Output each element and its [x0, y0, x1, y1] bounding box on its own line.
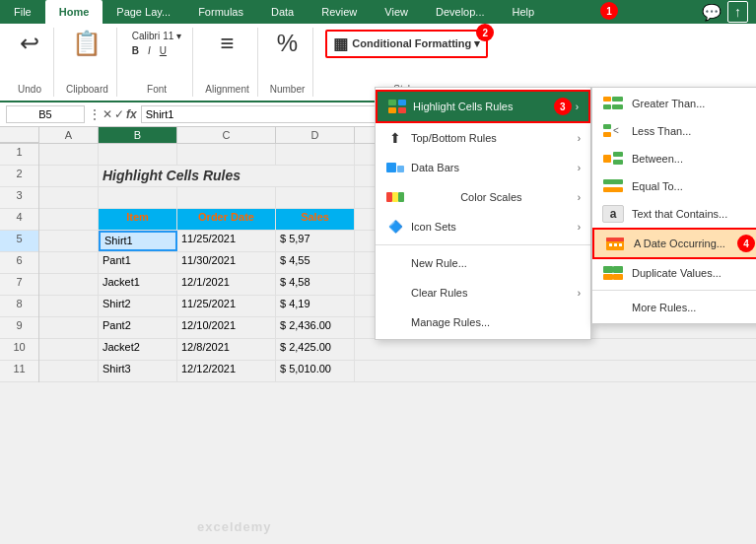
number-group: % Number: [262, 28, 314, 97]
cell-c7[interactable]: 12/1/2021: [177, 274, 276, 295]
cell-d5[interactable]: $ 5,97: [276, 231, 355, 251]
cell-a11[interactable]: [39, 361, 99, 381]
cell-b7[interactable]: Jacket1: [99, 274, 177, 295]
morerules-icon: [602, 299, 624, 316]
cell-d8[interactable]: $ 4,19: [276, 296, 355, 316]
svg-rect-6: [386, 192, 392, 202]
col-header-d[interactable]: D: [276, 127, 355, 143]
menu-item-managerules[interactable]: Manage Rules...: [376, 307, 590, 337]
sub-item-between[interactable]: Between...: [592, 145, 756, 172]
cf-button-label: Conditional Formatting ▾: [352, 37, 480, 50]
cell-d3[interactable]: [276, 187, 355, 208]
topbottom-icon: ⬆: [385, 128, 405, 148]
sub-item-dateoccurring[interactable]: A Date Occurring... 4: [592, 228, 756, 259]
cell-b6[interactable]: Pant1: [99, 252, 177, 273]
header-item[interactable]: Item: [99, 209, 177, 230]
cell-d7[interactable]: $ 4,58: [276, 274, 355, 295]
underline-button[interactable]: U: [157, 44, 170, 57]
paste-icon: 📋: [72, 32, 102, 55]
sub-item-equalto[interactable]: Equal To...: [592, 172, 756, 200]
cell-b10[interactable]: Jacket2: [99, 339, 177, 360]
sub-item-textcontains[interactable]: a Text that Contains...: [592, 200, 756, 228]
tab-developer[interactable]: Develop...: [422, 0, 499, 24]
bold-button[interactable]: B: [129, 44, 142, 57]
svg-rect-17: [613, 152, 623, 157]
alignment-button[interactable]: ≡: [215, 30, 241, 57]
number-button[interactable]: %: [271, 30, 304, 57]
cell-a7[interactable]: [39, 274, 99, 295]
cell-a2[interactable]: [39, 166, 99, 186]
font-selector[interactable]: Calibri 11 ▾: [129, 30, 184, 42]
badge-1: 1: [600, 2, 618, 20]
cell-a5[interactable]: [39, 231, 99, 251]
col-header-c[interactable]: C: [177, 127, 276, 143]
svg-text:<: <: [613, 125, 619, 136]
menu-item-iconsets[interactable]: 🔷 Icon Sets ›: [376, 212, 590, 241]
sub-item-duplicatevalues[interactable]: Duplicate Values...: [592, 259, 756, 287]
menu-item-colorscales[interactable]: Color Scales ›: [376, 182, 590, 212]
tab-pagelayout[interactable]: Page Lay...: [103, 0, 184, 24]
cell-b5[interactable]: Shirt1: [99, 231, 177, 251]
cell-c10[interactable]: 12/8/2021: [177, 339, 276, 360]
table-row: Shirt3 12/12/2021 $ 5,010.00: [39, 361, 756, 382]
col-header-b[interactable]: B: [99, 127, 177, 143]
sub-item-greaterthan[interactable]: Greater Than...: [592, 90, 756, 117]
cell-d1[interactable]: [276, 144, 355, 165]
name-box[interactable]: [6, 105, 85, 123]
cell-a8[interactable]: [39, 296, 99, 316]
dropdown-overlay: Highlight Cells Rules 3 › ⬆ Top/Bottom R…: [375, 87, 591, 340]
cell-c11[interactable]: 12/12/2021: [177, 361, 276, 381]
cell-c5[interactable]: 11/25/2021: [177, 231, 276, 251]
cell-a4[interactable]: [39, 209, 99, 230]
col-header-a[interactable]: A: [39, 127, 99, 143]
cell-c3[interactable]: [177, 187, 276, 208]
sub-item-lessthan[interactable]: < Less Than...: [592, 117, 756, 145]
menu-item-topbottom[interactable]: ⬆ Top/Bottom Rules ›: [376, 123, 590, 153]
tab-home[interactable]: Home: [45, 0, 103, 24]
cell-b8[interactable]: Shirt2: [99, 296, 177, 316]
sub-item-morerules[interactable]: More Rules...: [592, 294, 756, 321]
tab-help[interactable]: Help: [499, 0, 549, 24]
cell-b9[interactable]: Pant2: [99, 317, 177, 338]
tab-file[interactable]: File: [0, 0, 45, 24]
cell-c1[interactable]: [177, 144, 276, 165]
cell-d9[interactable]: $ 2,436.00: [276, 317, 355, 338]
menu-item-clearrules[interactable]: Clear Rules ›: [376, 278, 590, 307]
cell-a9[interactable]: [39, 317, 99, 338]
menu-item-highlight[interactable]: Highlight Cells Rules 3 ›: [376, 90, 590, 123]
expand-icon: ⋮: [89, 107, 101, 121]
svg-rect-10: [603, 104, 611, 109]
cell-a3[interactable]: [39, 187, 99, 208]
newrule-label: New Rule...: [411, 257, 467, 269]
cell-b3[interactable]: [99, 187, 177, 208]
undo-button[interactable]: ↩: [14, 30, 45, 57]
cell-d10[interactable]: $ 2,425.00: [276, 339, 355, 360]
greaterthan-icon: [602, 95, 624, 112]
header-orderdate[interactable]: Order Date: [177, 209, 276, 230]
title-cell[interactable]: Highlight Cells Rules: [99, 166, 355, 186]
tab-data[interactable]: Data: [257, 0, 308, 24]
tab-formulas[interactable]: Formulas: [184, 0, 257, 24]
share-icon[interactable]: 💬: [702, 3, 722, 22]
share-button[interactable]: ↑: [727, 1, 748, 23]
cell-d6[interactable]: $ 4,55: [276, 252, 355, 273]
cell-b1[interactable]: [99, 144, 177, 165]
cell-c6[interactable]: 11/30/2021: [177, 252, 276, 273]
header-sales[interactable]: Sales: [276, 209, 355, 230]
paste-button[interactable]: 📋: [66, 30, 107, 57]
row-num-7: 7: [0, 274, 38, 296]
cell-d11[interactable]: $ 5,010.00: [276, 361, 355, 381]
cell-c8[interactable]: 11/25/2021: [177, 296, 276, 316]
tab-view[interactable]: View: [371, 0, 422, 24]
menu-item-databars[interactable]: Data Bars ›: [376, 153, 590, 182]
conditional-formatting-button[interactable]: ▦ Conditional Formatting ▾: [325, 30, 488, 58]
menu-item-newrule[interactable]: New Rule...: [376, 248, 590, 278]
cell-a10[interactable]: [39, 339, 99, 360]
tab-review[interactable]: Review: [308, 0, 371, 24]
cell-a6[interactable]: [39, 252, 99, 273]
lessthan-icon: <: [602, 122, 624, 140]
cell-c9[interactable]: 12/10/2021: [177, 317, 276, 338]
cell-b11[interactable]: Shirt3: [99, 361, 177, 381]
italic-button[interactable]: I: [145, 44, 154, 57]
cell-a1[interactable]: [39, 144, 99, 165]
